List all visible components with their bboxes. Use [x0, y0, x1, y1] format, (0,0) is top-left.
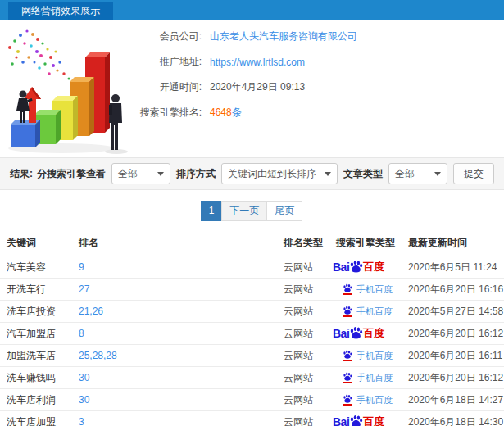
last-page-button[interactable]: 尾页 [266, 201, 302, 221]
rank-cell: 30 [72, 389, 277, 411]
baidu-paw-icon [349, 326, 363, 339]
updated-cell: 2020年6月18日 14:30 [402, 411, 504, 426]
next-page-button[interactable]: 下一页 [221, 201, 267, 221]
confetti-dots [8, 29, 70, 79]
table-row: 洗车赚钱吗30云网站 手机百度2020年6月20日 16:12 [0, 367, 504, 389]
rank-cell: 3 [72, 411, 277, 426]
sort-value: 关键词由短到长排序 [228, 167, 316, 181]
engine-type-cell: 手机百度 [329, 301, 402, 323]
rank-link[interactable]: 25,28,28 [79, 350, 117, 361]
chevron-down-icon [434, 172, 441, 176]
updated-cell: 2020年6月20日 16:12 [402, 367, 504, 389]
company-link[interactable]: 山东老人头汽车服务咨询有限公司 [210, 29, 357, 43]
baidu-paw-icon [343, 283, 352, 292]
rank-cell: 27 [72, 279, 277, 301]
table-row: 开洗车行27云网站 手机百度2020年6月20日 16:16 [0, 279, 504, 301]
company-label: 会员公司: [123, 29, 202, 43]
businessman-right [109, 94, 122, 150]
open-time-label: 开通时间: [123, 80, 202, 94]
baidu-paw-icon [343, 306, 352, 315]
keyword-cell: 汽车美容 [0, 256, 72, 279]
member-info-panel: 会员公司: 山东老人头汽车服务咨询有限公司 推广地址: https://www.… [123, 29, 504, 131]
chevron-down-icon [157, 172, 164, 176]
rank-cell: 21,26 [72, 301, 277, 323]
engine-filter-select[interactable]: 全部 [111, 163, 170, 184]
keyword-cell: 洗车赚钱吗 [0, 367, 72, 389]
pagination: 1 下一页 尾页 [0, 201, 504, 221]
article-type-label: 文章类型 [343, 167, 383, 181]
engine-type-cell: 手机百度 [329, 279, 402, 301]
rank-type-cell: 云网站 [277, 256, 329, 279]
baidu-pc-logo: Bai 百度 [333, 326, 384, 341]
table-header-row: 关键词 排名 排名类型 搜索引擎类型 最新更新时间 [0, 231, 504, 256]
engine-rank-label: 搜索引擎排名: [123, 106, 202, 120]
page-title-tab[interactable]: 网络营销效果展示 [8, 2, 113, 20]
rank-link[interactable]: 21,26 [79, 306, 103, 317]
promo-url-row: 推广地址: https://www.lrtlsd.com [123, 55, 504, 69]
engine-type-cell: Bai 百度 [329, 411, 402, 426]
keyword-cell: 洗车店利润 [0, 389, 72, 411]
baidu-paw-icon [343, 350, 352, 359]
engine-filter-label: 分搜索引擎查看 [37, 167, 106, 181]
rank-type-cell: 云网站 [277, 345, 329, 367]
rank-type-cell: 云网站 [277, 389, 329, 411]
top-header-bar: 网络营销效果展示 [0, 0, 504, 20]
baidu-mobile-logo: 手机百度 [343, 283, 393, 296]
baidu-paw-icon [343, 372, 352, 381]
baidu-mobile-logo: 手机百度 [343, 306, 393, 318]
keyword-cell: 加盟洗车店 [0, 345, 72, 367]
article-type-select[interactable]: 全部 [388, 163, 447, 184]
engine-filter-value: 全部 [118, 167, 138, 181]
table-row: 汽车美容9云网站 Bai 百度2020年6月5日 11:24 [0, 256, 504, 279]
rank-link[interactable]: 30 [79, 372, 89, 383]
header-rank: 排名 [72, 231, 277, 256]
rank-type-cell: 云网站 [277, 411, 329, 426]
rank-type-cell: 云网站 [277, 279, 329, 301]
keyword-rank-table: 关键词 排名 排名类型 搜索引擎类型 最新更新时间 汽车美容9云网站 Bai 百… [0, 231, 504, 426]
keyword-cell: 开洗车行 [0, 279, 72, 301]
updated-cell: 2020年6月5日 11:24 [402, 256, 504, 279]
updated-cell: 2020年6月18日 14:27 [402, 389, 504, 411]
bar-chart-growth-illustration [0, 23, 129, 157]
updated-cell: 2020年6月20日 16:16 [402, 279, 504, 301]
baidu-paw-icon [343, 394, 352, 403]
table-body: 汽车美容9云网站 Bai 百度2020年6月5日 11:24开洗车行27云网站 … [0, 256, 504, 426]
updated-cell: 2020年6月20日 16:12 [402, 323, 504, 345]
chevron-down-icon [325, 172, 331, 176]
promo-url-link[interactable]: https://www.lrtlsd.com [210, 57, 305, 68]
rank-link[interactable]: 8 [79, 328, 84, 339]
table-row: 加盟洗车店25,28,28云网站 手机百度2020年6月20日 16:11 [0, 345, 504, 367]
bar-blue [11, 120, 40, 147]
engine-rank-row: 搜索引擎排名: 4648条 [123, 106, 504, 120]
rank-type-cell: 云网站 [277, 367, 329, 389]
baidu-paw-icon [349, 415, 363, 426]
rank-count: 4648 [210, 106, 232, 118]
rank-unit: 条 [232, 106, 242, 118]
baidu-paw-icon [349, 260, 363, 273]
sort-label: 排序方式 [176, 167, 216, 181]
filter-bar: 结果: 分搜索引擎查看 全部 排序方式 关键词由短到长排序 文章类型 全部 提交 [0, 157, 504, 190]
header-keyword: 关键词 [0, 231, 72, 256]
sort-select[interactable]: 关键词由短到长排序 [221, 163, 338, 184]
engine-rank-value: 4648条 [210, 106, 242, 120]
rank-link[interactable]: 3 [79, 416, 84, 426]
rank-link[interactable]: 9 [79, 261, 84, 273]
baidu-mobile-logo: 手机百度 [343, 350, 393, 362]
engine-type-cell: Bai 百度 [329, 323, 402, 345]
engine-type-cell: 手机百度 [329, 367, 402, 389]
article-type-value: 全部 [395, 167, 415, 181]
rank-link[interactable]: 30 [79, 394, 89, 406]
engine-type-cell: Bai 百度 [329, 256, 402, 279]
table-row: 洗车店投资21,26云网站 手机百度2020年5月27日 14:58 [0, 301, 504, 323]
rank-link[interactable]: 27 [79, 283, 89, 295]
keyword-cell: 洗车店投资 [0, 301, 72, 323]
header-updated: 最新更新时间 [402, 231, 504, 256]
submit-button[interactable]: 提交 [453, 163, 494, 184]
updated-cell: 2020年5月27日 14:58 [402, 301, 504, 323]
result-label: 结果: [10, 167, 33, 181]
baidu-mobile-logo: 手机百度 [343, 372, 393, 384]
table-row: 洗车店加盟3云网站 Bai 百度2020年6月18日 14:30 [0, 411, 504, 426]
keyword-cell: 洗车店加盟 [0, 411, 72, 426]
page-1-button[interactable]: 1 [201, 201, 223, 221]
rank-cell: 8 [72, 323, 277, 345]
